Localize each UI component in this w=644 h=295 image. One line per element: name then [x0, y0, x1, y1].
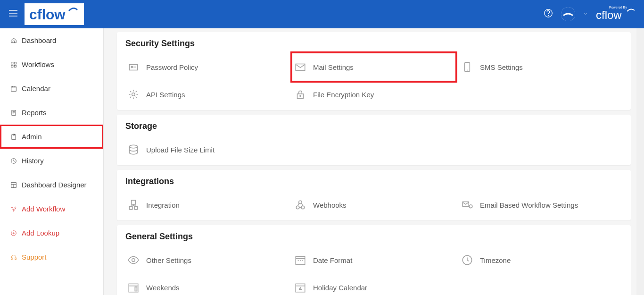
sidebar-item-dashboard[interactable]: Dashboard: [0, 28, 103, 52]
svg-point-5: [548, 15, 548, 16]
section-integrations: Integrations Integration Webhooks Email …: [117, 170, 631, 220]
svg-rect-34: [15, 258, 16, 260]
setting-email-workflow[interactable]: Email Based Workflow Settings: [459, 193, 622, 217]
sidebar-item-label: Add Lookup: [22, 229, 59, 237]
setting-label: Mail Settings: [313, 63, 354, 71]
svg-point-36: [131, 66, 132, 67]
sidebar-item-label: Calendar: [22, 84, 50, 93]
sidebar-item-label: Add Workflow: [22, 205, 65, 213]
sidebar-item-label: History: [22, 157, 44, 165]
setting-file-encryption-key[interactable]: File Encryption Key: [292, 83, 455, 106]
sidebar-item-label: Reports: [22, 109, 47, 117]
setting-other-settings[interactable]: Other Settings: [125, 248, 289, 272]
setting-label: Other Settings: [146, 256, 191, 264]
menu-icon[interactable]: [8, 8, 19, 21]
setting-weekends[interactable]: Weekends: [125, 276, 289, 295]
grid-icon: [10, 61, 17, 68]
mail-icon: [294, 61, 306, 73]
calendar-icon: [10, 85, 17, 92]
add-icon: [10, 206, 17, 212]
sidebar-item-calendar[interactable]: Calendar: [0, 76, 103, 101]
setting-upload-file-size-limit[interactable]: Upload File Size Limit: [125, 138, 289, 161]
sidebar-item-workflows[interactable]: Workflows: [0, 52, 103, 76]
setting-label: Email Based Workflow Settings: [480, 201, 578, 209]
setting-api-settings[interactable]: API Settings: [125, 83, 289, 106]
sidebar-item-dashboard-designer[interactable]: Dashboard Designer: [0, 173, 103, 197]
date-icon: [294, 254, 306, 266]
weekends-icon: [127, 281, 140, 294]
layout-icon: [10, 182, 17, 188]
sidebar-item-label: Dashboard Designer: [22, 181, 87, 189]
setting-label: Holiday Calendar: [313, 284, 367, 292]
section-title: Integrations: [125, 177, 622, 186]
svg-rect-46: [129, 206, 132, 210]
svg-point-51: [301, 206, 305, 209]
holiday-icon: [294, 281, 306, 294]
sidebar-item-history[interactable]: History: [0, 149, 103, 173]
svg-point-55: [132, 259, 135, 262]
svg-point-52: [299, 201, 302, 204]
svg-rect-33: [11, 258, 12, 260]
sidebar-item-reports[interactable]: Reports: [0, 101, 103, 125]
integration-icon: [127, 199, 140, 211]
api-icon: [127, 88, 140, 101]
svg-point-29: [13, 210, 14, 211]
powered-by-logo: Powered By cflow: [596, 4, 636, 25]
section-title: Storage: [125, 121, 622, 131]
sidebar-item-label: Dashboard: [22, 36, 56, 44]
setting-mail-settings[interactable]: Mail Settings: [292, 53, 455, 81]
phone-icon: [461, 61, 473, 73]
svg-point-27: [11, 207, 12, 208]
document-icon: [10, 110, 17, 116]
clipboard-icon: [10, 134, 17, 140]
topbar-left: cflow: [8, 3, 84, 25]
plus-circle-icon: [10, 230, 17, 236]
svg-rect-11: [11, 65, 13, 67]
svg-rect-12: [14, 65, 16, 67]
setting-sms-settings[interactable]: SMS Settings: [459, 55, 622, 79]
email-workflow-icon: [461, 199, 473, 211]
sidebar-item-add-workflow[interactable]: Add Workflow: [0, 197, 103, 221]
svg-point-50: [296, 206, 299, 209]
chevron-down-icon[interactable]: [583, 10, 588, 18]
topbar-right: Powered By cflow: [543, 4, 636, 25]
setting-label: API Settings: [146, 91, 185, 99]
database-icon: [127, 143, 140, 156]
svg-rect-13: [11, 86, 17, 91]
svg-text:cflow: cflow: [29, 7, 66, 22]
clock-icon: [10, 158, 17, 164]
setting-label: Date Format: [313, 256, 352, 264]
webhook-icon: [294, 199, 306, 211]
scrollbar[interactable]: [636, 28, 644, 295]
headphones-icon: [10, 254, 17, 261]
setting-integration[interactable]: Integration: [125, 193, 289, 217]
svg-point-43: [300, 95, 301, 96]
setting-date-format[interactable]: Date Format: [292, 248, 455, 272]
sidebar-item-label: Admin: [22, 133, 42, 141]
section-general-settings: General Settings Other Settings Date For…: [117, 225, 631, 295]
svg-point-28: [15, 207, 16, 208]
setting-label: Timezone: [480, 256, 511, 264]
sidebar-item-label: Support: [22, 253, 47, 261]
svg-rect-47: [134, 206, 138, 210]
eye-icon: [127, 254, 140, 266]
svg-rect-64: [135, 287, 137, 291]
help-icon[interactable]: [543, 8, 553, 20]
setting-password-policy[interactable]: Password Policy: [125, 55, 289, 79]
setting-label: Upload File Size Limit: [146, 146, 215, 154]
topbar: cflow Powered By cflow: [0, 0, 644, 28]
brand-logo[interactable]: cflow: [25, 3, 84, 25]
svg-point-54: [469, 205, 472, 208]
sidebar-item-admin[interactable]: Admin: [0, 125, 103, 149]
section-title: Security Settings: [125, 39, 622, 49]
user-avatar[interactable]: [561, 7, 575, 21]
svg-text:cflow: cflow: [596, 8, 622, 21]
setting-holiday-calendar[interactable]: Holiday Calendar: [292, 276, 455, 295]
setting-timezone[interactable]: Timezone: [459, 248, 622, 272]
setting-label: SMS Settings: [480, 63, 523, 71]
setting-webhooks[interactable]: Webhooks: [292, 193, 455, 217]
sidebar-item-support[interactable]: Support: [0, 245, 103, 269]
sidebar-item-label: Workflows: [22, 60, 54, 68]
lock-icon: [294, 88, 306, 101]
sidebar-item-add-lookup[interactable]: Add Lookup: [0, 221, 103, 245]
